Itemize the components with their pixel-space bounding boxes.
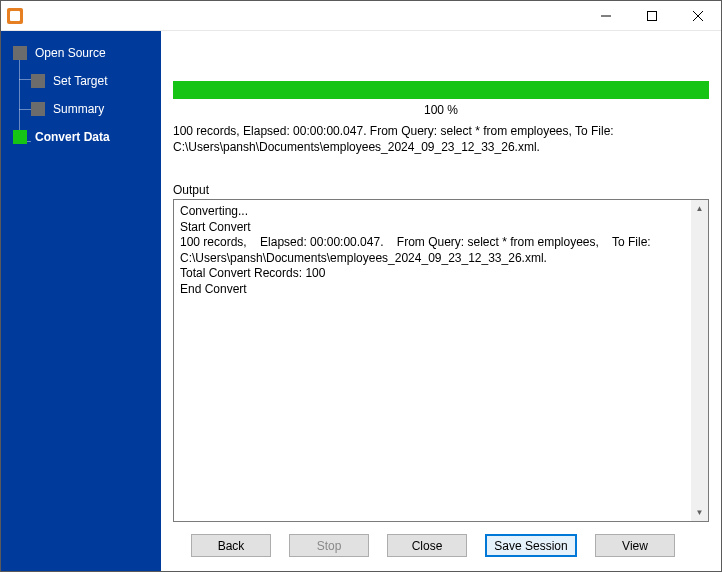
step-box-icon <box>13 46 27 60</box>
step-label: Open Source <box>35 46 106 60</box>
scroll-up-icon[interactable]: ▲ <box>691 200 708 217</box>
output-scrollbar[interactable]: ▲ ▼ <box>691 200 708 521</box>
step-label: Convert Data <box>35 130 110 144</box>
svg-rect-1 <box>648 11 657 20</box>
view-button[interactable]: View <box>595 534 675 557</box>
progress-percent: 100 % <box>173 99 709 123</box>
output-box: Converting... Start Convert 100 records,… <box>173 199 709 522</box>
app-icon <box>7 8 23 24</box>
wizard-step-set-target[interactable]: Set Target <box>1 67 161 95</box>
scroll-down-icon[interactable]: ▼ <box>691 504 708 521</box>
window-controls <box>583 1 721 30</box>
maximize-icon <box>647 11 657 21</box>
titlebar <box>1 1 721 31</box>
save-session-button[interactable]: Save Session <box>485 534 577 557</box>
output-label: Output <box>173 183 709 197</box>
step-label: Summary <box>53 102 104 116</box>
conversion-summary: 100 records, Elapsed: 00:00:00.047. From… <box>173 123 709 163</box>
scroll-track[interactable] <box>691 217 708 504</box>
close-button[interactable]: Close <box>387 534 467 557</box>
step-box-icon <box>31 102 45 116</box>
step-box-icon <box>13 130 27 144</box>
maximize-button[interactable] <box>629 1 675 30</box>
close-window-button[interactable] <box>675 1 721 30</box>
step-box-icon <box>31 74 45 88</box>
output-text[interactable]: Converting... Start Convert 100 records,… <box>174 200 691 521</box>
stop-button: Stop <box>289 534 369 557</box>
wizard-step-summary[interactable]: Summary <box>1 95 161 123</box>
progress-zone: 100 % <box>173 41 709 123</box>
minimize-icon <box>601 11 611 21</box>
wizard-step-convert-data[interactable]: Convert Data <box>1 123 161 151</box>
main-panel: 100 % 100 records, Elapsed: 00:00:00.047… <box>161 31 721 571</box>
close-icon <box>693 11 703 21</box>
app-window: Open Source Set Target Summary Convert D… <box>0 0 722 572</box>
wizard-step-open-source[interactable]: Open Source <box>1 39 161 67</box>
progress-bar <box>173 81 709 99</box>
back-button[interactable]: Back <box>191 534 271 557</box>
step-label: Set Target <box>53 74 107 88</box>
minimize-button[interactable] <box>583 1 629 30</box>
wizard-sidebar: Open Source Set Target Summary Convert D… <box>1 31 161 571</box>
body: Open Source Set Target Summary Convert D… <box>1 31 721 571</box>
button-row: Back Stop Close Save Session View <box>173 522 709 561</box>
